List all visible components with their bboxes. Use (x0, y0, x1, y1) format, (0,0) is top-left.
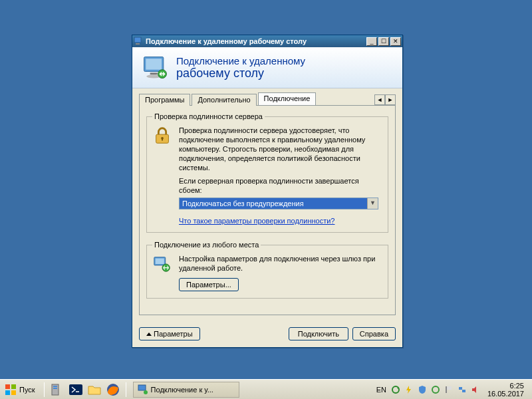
svg-rect-26 (446, 386, 447, 393)
computer-icon (140, 53, 170, 82)
tab-scroll-left[interactable]: ◄ (374, 94, 385, 105)
gateway-icon (152, 254, 172, 274)
svg-rect-4 (150, 72, 158, 74)
svg-rect-13 (5, 384, 10, 389)
auth-description: Проверка подлинности сервера удостоверяе… (179, 126, 382, 172)
connect-button[interactable]: Подключить (289, 327, 348, 340)
chevron-up-icon (146, 332, 152, 336)
windows-logo-icon (5, 384, 17, 396)
explorer-icon[interactable] (87, 382, 102, 397)
tab-scroll-right[interactable]: ► (385, 94, 396, 105)
svg-rect-28 (459, 387, 462, 390)
rdp-icon (134, 37, 143, 46)
tab-connection[interactable]: Подключение (258, 92, 317, 105)
dropdown-selected: Подключаться без предупреждения (180, 198, 367, 209)
svg-rect-29 (462, 390, 466, 392)
tab-panel-connection: Проверка подлинности сервера Проверка по… (139, 105, 396, 315)
powershell-icon[interactable] (68, 382, 83, 397)
svg-rect-27 (447, 386, 452, 390)
taskbar-app-label: Подключение к у... (151, 386, 213, 394)
close-button[interactable]: ✕ (390, 37, 401, 46)
svg-rect-19 (53, 388, 57, 389)
clock[interactable]: 6:25 16.05.2017 (483, 382, 528, 398)
svg-rect-16 (11, 390, 16, 395)
language-indicator[interactable]: EN (376, 386, 386, 394)
minimize-button[interactable]: _ (366, 37, 377, 46)
banner-line2: рабочему столу (176, 66, 305, 80)
group-connect-anywhere-legend: Подключение из любого места (152, 241, 261, 249)
tab-strip: Программы Дополнительно Подключение ◄ ► (132, 88, 402, 105)
lock-icon (152, 126, 172, 146)
gateway-params-button[interactable]: Параметры... (179, 278, 239, 291)
help-button[interactable]: Справка (352, 327, 396, 340)
svg-rect-1 (136, 43, 140, 45)
svg-rect-11 (156, 259, 164, 264)
svg-point-23 (144, 390, 148, 394)
tray-power-icon[interactable] (404, 384, 414, 395)
dialog-footer: Параметры Подключить Справка (132, 322, 402, 347)
group-server-auth: Проверка подлинности сервера Проверка по… (146, 112, 388, 233)
svg-rect-15 (5, 390, 10, 395)
firefox-icon[interactable] (106, 382, 120, 397)
taskbar-app-button[interactable]: Подключение к у... (133, 382, 239, 398)
auth-help-link[interactable]: Что такое параметры проверки подлинности… (179, 217, 334, 225)
svg-point-25 (432, 386, 439, 393)
svg-rect-22 (138, 385, 146, 390)
group-server-auth-legend: Проверка подлинности сервера (152, 112, 265, 120)
tray-refresh-icon[interactable] (390, 384, 401, 395)
svg-rect-14 (11, 384, 16, 389)
anywhere-description: Настройка параметров для подключения чер… (179, 254, 382, 273)
rdp-icon (138, 384, 148, 395)
svg-rect-0 (134, 37, 141, 43)
tab-scroll: ◄ ► (374, 94, 396, 105)
start-label: Пуск (19, 386, 35, 394)
svg-rect-18 (53, 386, 57, 387)
tray-shield-icon[interactable] (417, 384, 428, 395)
tray-volume-icon[interactable] (470, 384, 481, 395)
titlebar[interactable]: Подключение к удаленному рабочему столу … (132, 35, 402, 47)
tab-programs[interactable]: Программы (139, 94, 190, 106)
auth-action-dropdown[interactable]: Подключаться без предупреждения ▼ (179, 198, 378, 209)
tray-sync-icon[interactable] (430, 384, 441, 395)
rdp-dialog: Подключение к удаленному рабочему столу … (132, 35, 403, 348)
separator (126, 382, 126, 397)
chevron-down-icon[interactable]: ▼ (367, 198, 378, 209)
group-connect-anywhere: Подключение из любого места Настройка па… (146, 241, 388, 299)
svg-rect-9 (162, 138, 163, 141)
tray-network-icon[interactable] (457, 384, 467, 395)
start-button[interactable]: Пуск (1, 382, 41, 398)
system-tray: EN 6:25 16.05.2017 (376, 382, 531, 398)
window-title: Подключение к удаленному рабочему столу (146, 37, 365, 45)
svg-rect-3 (146, 59, 162, 70)
server-manager-icon[interactable] (50, 382, 65, 397)
clock-time: 6:25 (487, 382, 524, 390)
banner: Подключение к удаленному рабочему столу (132, 47, 402, 88)
auth-prompt: Если серверная проверка подлинности заве… (179, 176, 382, 195)
tab-advanced[interactable]: Дополнительно (192, 94, 256, 106)
tray-flag-icon[interactable] (444, 384, 454, 395)
options-toggle-button[interactable]: Параметры (139, 327, 200, 340)
separator (44, 382, 45, 397)
clock-date: 16.05.2017 (487, 390, 524, 398)
banner-line1: Подключение к удаленному (176, 55, 305, 66)
maximize-button[interactable]: ☐ (378, 37, 389, 46)
quicklaunch (47, 382, 123, 397)
taskbar: Пуск Подключение к у... EN (0, 379, 532, 399)
